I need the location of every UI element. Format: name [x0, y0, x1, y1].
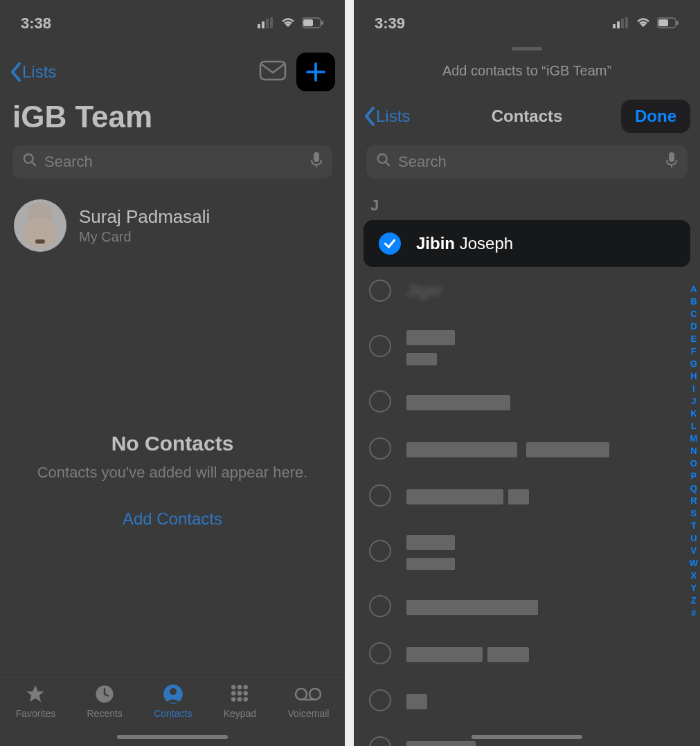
- home-indicator[interactable]: [117, 735, 228, 739]
- back-button[interactable]: Lists: [364, 107, 410, 126]
- svg-point-13: [231, 685, 236, 690]
- svg-rect-7: [260, 62, 285, 80]
- alpha-index-letter[interactable]: O: [690, 458, 697, 468]
- alpha-index-letter[interactable]: B: [690, 296, 697, 307]
- alpha-index-letter[interactable]: H: [690, 371, 697, 381]
- svg-rect-26: [621, 19, 624, 28]
- alpha-index-letter[interactable]: G: [690, 358, 697, 369]
- alpha-index-letter[interactable]: D: [690, 321, 697, 331]
- alpha-index-letter[interactable]: P: [691, 471, 697, 481]
- contact-row[interactable]: [354, 677, 700, 724]
- alpha-index-letter[interactable]: M: [690, 433, 697, 444]
- tab-label: Keypad: [224, 708, 256, 719]
- clock-icon: [94, 683, 115, 705]
- tab-recents[interactable]: Recents: [87, 683, 123, 719]
- alpha-index-letter[interactable]: Y: [691, 583, 697, 593]
- svg-rect-32: [669, 152, 674, 162]
- tab-label: Favorites: [16, 708, 56, 719]
- blurred-name: [406, 644, 529, 663]
- contact-row[interactable]: [354, 630, 700, 677]
- battery-icon: [302, 15, 324, 33]
- checkbox-empty-icon[interactable]: [369, 540, 391, 562]
- svg-rect-5: [303, 19, 313, 26]
- alpha-index-letter[interactable]: E: [691, 334, 697, 344]
- add-button[interactable]: [296, 53, 335, 91]
- checkbox-empty-icon[interactable]: [369, 595, 391, 617]
- tab-contacts[interactable]: Contacts: [154, 683, 192, 719]
- alpha-index-letter[interactable]: N: [690, 446, 697, 456]
- star-icon: [25, 683, 46, 705]
- tab-voicemail[interactable]: Voicemail: [287, 683, 329, 719]
- alpha-index-letter[interactable]: X: [691, 570, 697, 581]
- blurred-name: [406, 327, 455, 365]
- alpha-index-letter[interactable]: A: [690, 284, 697, 294]
- alphabet-index[interactable]: ABCDEFGHIJKLMNOPQRSTUVWXYZ#: [690, 284, 698, 618]
- alpha-index-letter[interactable]: F: [691, 346, 697, 356]
- sheet-title: Add contacts to “iGB Team”: [354, 51, 700, 97]
- contact-row[interactable]: [354, 378, 700, 425]
- checkbox-empty-icon[interactable]: [369, 642, 391, 664]
- contact-row[interactable]: [354, 583, 700, 630]
- done-button[interactable]: Done: [621, 100, 690, 133]
- contact-name: Jibin Joseph: [416, 234, 513, 253]
- alpha-index-letter[interactable]: Q: [690, 483, 697, 493]
- voicemail-icon: [294, 683, 322, 705]
- alpha-index-letter[interactable]: U: [690, 533, 697, 543]
- alpha-index-letter[interactable]: T: [691, 520, 697, 531]
- tab-keypad[interactable]: Keypad: [224, 683, 256, 719]
- nav-row: Lists Contacts Done: [354, 97, 700, 136]
- blurred-name: [406, 531, 455, 570]
- contact-row[interactable]: [354, 519, 700, 583]
- contact-row[interactable]: [354, 425, 700, 472]
- status-bar: 3:38: [0, 0, 345, 40]
- home-indicator[interactable]: [472, 735, 582, 739]
- checkbox-empty-icon[interactable]: [369, 484, 391, 507]
- svg-point-15: [244, 685, 249, 690]
- checkbox-empty-icon[interactable]: [369, 736, 391, 746]
- checkbox-empty-icon[interactable]: [369, 689, 391, 711]
- tab-label: Contacts: [154, 708, 192, 719]
- mic-icon[interactable]: [310, 152, 323, 172]
- alpha-index-letter[interactable]: J: [691, 396, 696, 406]
- alpha-index-letter[interactable]: V: [691, 545, 697, 556]
- checkbox-empty-icon[interactable]: [369, 437, 391, 460]
- avatar: [14, 199, 66, 252]
- alpha-index-letter[interactable]: C: [690, 309, 697, 319]
- blurred-name: [406, 486, 529, 505]
- keypad-icon: [229, 683, 250, 705]
- contact-row[interactable]: Jibin Joseph: [364, 220, 690, 267]
- alpha-index-letter[interactable]: I: [692, 383, 695, 394]
- checkmark-icon[interactable]: [379, 233, 401, 255]
- alpha-index-letter[interactable]: S: [691, 508, 697, 518]
- mail-icon[interactable]: [259, 60, 287, 84]
- svg-rect-27: [625, 17, 628, 28]
- checkbox-empty-icon[interactable]: [369, 335, 391, 357]
- checkbox-empty-icon[interactable]: [369, 390, 391, 412]
- wifi-icon: [635, 15, 652, 33]
- alpha-index-letter[interactable]: K: [690, 408, 697, 419]
- svg-rect-2: [266, 19, 269, 28]
- alpha-index-letter[interactable]: W: [690, 558, 698, 568]
- checkbox-empty-icon[interactable]: [369, 280, 391, 302]
- search-input[interactable]: Search: [12, 145, 332, 179]
- nav-row: Lists: [0, 40, 345, 91]
- alpha-index-letter[interactable]: Z: [691, 595, 697, 606]
- contact-row[interactable]: [354, 314, 700, 378]
- svg-point-19: [231, 697, 236, 702]
- alpha-index-letter[interactable]: #: [691, 608, 696, 618]
- alpha-index-letter[interactable]: R: [690, 495, 697, 506]
- tab-favorites[interactable]: Favorites: [16, 683, 56, 719]
- search-input[interactable]: Search: [366, 145, 688, 179]
- mic-icon[interactable]: [665, 152, 678, 172]
- blurred-name: [406, 439, 609, 458]
- back-button[interactable]: Lists: [10, 62, 56, 82]
- my-card[interactable]: Suraj Padmasali My Card: [0, 179, 345, 266]
- contact-name: Jiger: [406, 281, 442, 300]
- contact-row[interactable]: Jiger: [354, 267, 700, 314]
- add-contacts-link[interactable]: Add Contacts: [123, 509, 222, 529]
- alpha-index-letter[interactable]: L: [691, 421, 697, 431]
- search-placeholder: Search: [398, 153, 658, 171]
- tab-bar: Favorites Recents Contacts Keypad Voicem…: [0, 677, 345, 746]
- search-placeholder: Search: [44, 153, 303, 171]
- contact-row[interactable]: [354, 472, 700, 519]
